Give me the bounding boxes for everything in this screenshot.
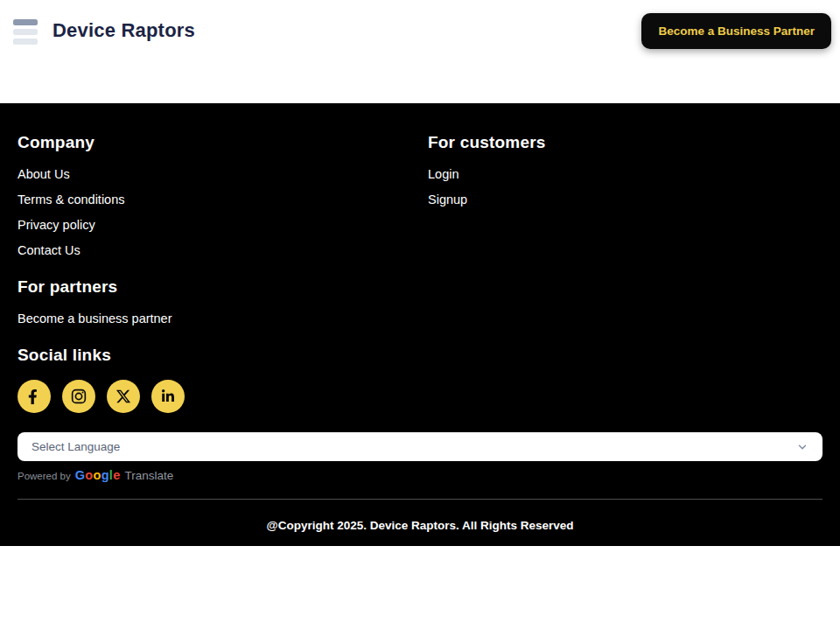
translate-label: Translate <box>125 469 174 482</box>
footer-link-privacy-policy[interactable]: Privacy policy <box>18 218 95 232</box>
footer-link-become-business-partner[interactable]: Become a business partner <box>18 312 172 326</box>
instagram-glyph <box>70 388 88 405</box>
footer-column-right: For customers Login Signup <box>428 133 822 413</box>
language-select-value: Select Language <box>32 440 120 453</box>
become-business-partner-button[interactable]: Become a Business Partner <box>641 13 831 49</box>
footer-divider <box>18 499 822 500</box>
hamburger-menu-icon[interactable] <box>13 19 38 45</box>
hamburger-bar <box>13 19 38 25</box>
footer-link-contact-us[interactable]: Contact Us <box>18 243 80 257</box>
instagram-icon[interactable] <box>62 380 95 413</box>
for-partners-heading: For partners <box>18 277 428 297</box>
footer-link-about-us[interactable]: About Us <box>18 167 70 181</box>
facebook-icon[interactable] <box>18 380 51 413</box>
google-logo: Google <box>75 468 121 482</box>
x-twitter-icon[interactable] <box>107 380 140 413</box>
facebook-glyph <box>27 389 42 404</box>
company-heading: Company <box>18 133 428 152</box>
hamburger-bar <box>13 29 38 35</box>
social-links-row <box>18 380 428 413</box>
for-customers-heading: For customers <box>428 133 822 152</box>
footer-link-signup[interactable]: Signup <box>428 192 467 206</box>
hamburger-bar <box>13 38 38 45</box>
copyright-text: @Copyright 2025. Device Raptors. All Rig… <box>18 507 822 546</box>
linkedin-icon[interactable] <box>151 380 185 413</box>
powered-by-label: Powered by <box>18 471 71 481</box>
google-translate-attribution: Powered by Google Translate <box>18 468 822 482</box>
language-select[interactable]: Select Language <box>18 432 822 461</box>
header: Device Raptors Become a Business Partner <box>0 0 840 61</box>
footer-link-login[interactable]: Login <box>428 167 458 181</box>
linkedin-glyph <box>161 389 175 403</box>
social-links-heading: Social links <box>18 346 428 365</box>
x-twitter-glyph <box>116 388 131 404</box>
chevron-down-icon <box>796 441 808 453</box>
brand-title: Device Raptors <box>52 19 195 42</box>
footer: Company About Us Terms & conditions Priv… <box>0 103 840 546</box>
footer-link-terms-conditions[interactable]: Terms & conditions <box>18 192 125 206</box>
footer-column-left: Company About Us Terms & conditions Priv… <box>18 133 428 413</box>
